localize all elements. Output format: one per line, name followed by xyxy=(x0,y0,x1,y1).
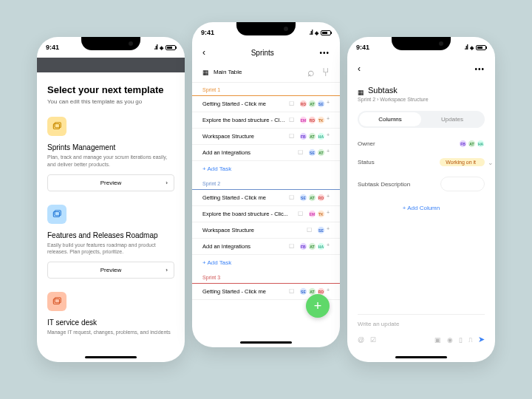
file-icon[interactable]: ▯ xyxy=(459,336,463,344)
task-row[interactable]: Getting Started - Click me SEATRD+ xyxy=(192,190,340,206)
notch xyxy=(392,37,451,50)
avatar: EM xyxy=(299,116,307,124)
sprint-header[interactable]: Sprint 1 xyxy=(192,83,340,96)
status-icons xyxy=(309,29,331,36)
more-icon[interactable]: ••• xyxy=(474,65,485,73)
task-name: Getting Started - Click me xyxy=(202,194,286,201)
template-sprints[interactable]: Sprints Management Plan, track and manag… xyxy=(47,117,174,191)
status-icon xyxy=(289,133,296,140)
avatar: AT xyxy=(468,140,476,148)
more-avatars: + xyxy=(327,210,330,218)
phone-sprints: 9:41 ‹ Sprints ••• Main Table ⌕ ⑂ Sprint… xyxy=(192,22,340,347)
task-name: Add an Integrations xyxy=(202,149,295,156)
template-desc: Easily build your features roadmap and p… xyxy=(47,242,174,256)
status-icon xyxy=(298,149,305,157)
tab-columns[interactable]: Columns xyxy=(359,112,421,126)
back-icon[interactable]: ‹ xyxy=(202,47,205,58)
task-avatars: SEATRD+ xyxy=(299,194,330,202)
back-icon[interactable]: ‹ xyxy=(358,64,361,74)
more-avatars: + xyxy=(327,287,330,296)
avatar: AT xyxy=(308,132,316,140)
task-name: Explore the board structure - Clic... xyxy=(202,117,286,123)
status-icon xyxy=(289,100,296,108)
subtask-title: Subtask xyxy=(368,86,398,95)
status-time: 9:41 xyxy=(46,44,59,51)
mention-icon[interactable]: @ xyxy=(358,336,364,344)
wifi-icon xyxy=(160,44,163,51)
send-icon[interactable]: ➤ xyxy=(478,335,485,344)
task-avatars: SE+ xyxy=(317,226,330,234)
avatar: SE xyxy=(317,226,325,234)
add-task-button[interactable]: + Add Task xyxy=(192,161,340,177)
search-icon[interactable]: ⌕ xyxy=(307,66,315,79)
filter-icon[interactable]: ⑂ xyxy=(322,66,330,79)
status-icon xyxy=(298,211,305,218)
task-row[interactable]: Explore the board structure - Clic... EM… xyxy=(192,206,340,222)
task-row[interactable]: Workspace Structure SE+ xyxy=(192,222,340,239)
status-pill[interactable]: Working on it xyxy=(440,158,485,166)
signal-icon xyxy=(309,29,313,36)
task-row[interactable]: Explore the board structure - Clic... EM… xyxy=(192,112,340,129)
home-indicator xyxy=(395,356,447,358)
template-desc: Manage IT request, changes, problems, an… xyxy=(47,329,174,336)
status-time: 9:41 xyxy=(201,29,214,36)
home-indicator xyxy=(85,356,137,358)
task-row[interactable]: Getting Started - Click me RDATSE+ xyxy=(192,96,340,112)
avatar: HA xyxy=(317,242,325,250)
more-avatars: + xyxy=(327,132,330,140)
breadcrumb[interactable]: Sprint 2 › Workspace Structure xyxy=(358,97,485,102)
more-avatars: + xyxy=(327,242,330,250)
avatar: EM xyxy=(308,210,316,218)
more-avatars: + xyxy=(327,116,330,124)
preview-button[interactable]: Preview xyxy=(47,174,174,191)
desc-input[interactable] xyxy=(440,177,485,191)
avatar: FB xyxy=(299,242,307,250)
subtask-body: Subtask Sprint 2 › Workspace Structure C… xyxy=(347,80,495,362)
task-row[interactable]: Add an Integrations FBATHA+ xyxy=(192,239,340,255)
tab-updates[interactable]: Updates xyxy=(421,112,483,126)
task-avatars: EMRDTK+ xyxy=(299,116,330,124)
status-icon xyxy=(289,288,296,296)
phone-subtask: 9:41 ‹ ••• Subtask Sprint 2 › Workspace … xyxy=(347,37,495,362)
battery-icon xyxy=(476,45,486,50)
preview-button[interactable]: Preview xyxy=(47,262,174,279)
task-row[interactable]: Add an Integrations SEAT+ xyxy=(192,145,340,161)
add-fab[interactable]: + xyxy=(306,294,330,318)
task-name: Getting Started - Click me xyxy=(202,100,286,107)
roadmap-icon xyxy=(47,205,66,224)
mic-icon[interactable]: ⎍ xyxy=(468,336,472,344)
avatar: SE xyxy=(299,287,307,296)
avatar: AT xyxy=(308,194,316,202)
avatar: AT xyxy=(308,100,316,108)
it-desk-icon xyxy=(47,292,66,311)
avatar: AT xyxy=(317,149,325,157)
checklist-icon[interactable]: ☑ xyxy=(370,336,376,344)
camera-icon[interactable]: ◉ xyxy=(447,336,453,344)
toolbar: Main Table ⌕ ⑂ xyxy=(192,62,340,83)
image-icon[interactable]: ▣ xyxy=(434,336,441,344)
template-roadmap[interactable]: Features and Releases Roadmap Easily bui… xyxy=(47,205,174,279)
avatar: RD xyxy=(317,194,325,202)
add-task-button[interactable]: + Add Task xyxy=(192,255,340,270)
avatar: FB xyxy=(299,132,307,140)
avatar: RD xyxy=(308,116,316,124)
avatar: TK xyxy=(317,210,325,218)
more-icon[interactable]: ••• xyxy=(319,49,330,57)
task-row[interactable]: Workspace Structure FBATHA+ xyxy=(192,129,340,145)
field-description[interactable]: Subtask Description xyxy=(358,177,485,191)
template-it-desk[interactable]: IT service desk Manage IT request, chang… xyxy=(47,292,174,336)
sprint-header[interactable]: Sprint 2 xyxy=(192,177,340,190)
view-selector[interactable]: Main Table xyxy=(202,69,242,75)
field-status[interactable]: Status Working on it xyxy=(358,158,485,166)
status-icon xyxy=(289,194,296,202)
field-owner[interactable]: Owner FBATHA xyxy=(358,140,485,148)
avatar: HA xyxy=(477,140,485,148)
sprint-header[interactable]: Sprint 3 xyxy=(192,270,340,284)
composer-input[interactable]: Write an update xyxy=(358,321,485,327)
dark-strip xyxy=(37,58,185,72)
avatar: SE xyxy=(299,194,307,202)
avatar: FB xyxy=(459,140,467,148)
add-column-button[interactable]: + Add Column xyxy=(358,205,485,211)
task-avatars: FBATHA+ xyxy=(299,132,330,140)
task-avatars: RDATSE+ xyxy=(299,100,330,108)
